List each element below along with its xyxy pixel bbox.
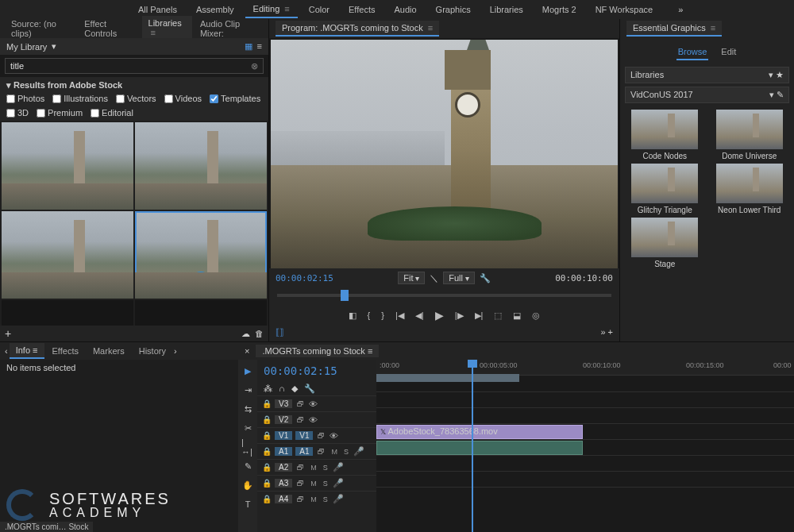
stock-thumb-empty[interactable] [2,300,133,326]
lift-icon[interactable]: ⬚ [494,310,502,321]
timecode-in[interactable]: 00:00:02:15 [276,273,333,283]
trim-mode-icon[interactable]: ⟦⟧ [276,327,283,341]
settings-icon[interactable]: 🔧 [304,384,315,394]
eg-item[interactable]: Neon Lower Third [710,164,790,214]
tab-source[interactable]: Source: (no clips) [5,17,76,40]
marker-add-icon[interactable]: ◆ [291,384,298,394]
lock-icon[interactable]: 🔒 [262,431,272,440]
quality-dropdown[interactable]: Full ▾ [443,272,475,284]
type-tool-icon[interactable]: T [241,498,254,511]
track-header-a3[interactable]: 🔒A3🗗MS🎤 [257,475,376,491]
sequence-tab[interactable]: .MOGRTs coming to Stock ≡ [256,345,379,357]
chevron-left-icon[interactable]: ‹ [5,346,8,356]
pen-tool-icon[interactable]: ✎ [241,460,254,472]
stock-thumb-collapse[interactable] [135,300,267,326]
lock-icon[interactable]: 🔒 [262,415,272,424]
ripple-tool-icon[interactable]: ⇆ [241,403,254,415]
ws-graphics[interactable]: Graphics [428,2,479,17]
export-frame-icon[interactable]: ◎ [532,310,540,321]
selection-tool-icon[interactable]: ▶ [241,364,254,377]
menu-icon[interactable]: ≡ [151,28,156,37]
play-icon[interactable]: ▶ [435,309,444,322]
eye-icon[interactable]: 👁 [330,431,338,441]
bracket-out-icon[interactable]: } [381,310,384,320]
eg-item[interactable]: Stage [625,218,705,268]
library-dropdown[interactable]: My Library ▾ [6,41,56,52]
go-out-icon[interactable]: ▶| [475,310,484,321]
time-ruler[interactable]: :00:00 00:00:05:00 00:00:10:00 00:00:15:… [376,360,794,376]
slip-tool-icon[interactable]: |↔| [241,441,254,453]
track-header-v2[interactable]: 🔒V2🗗👁 [257,411,376,427]
tab-info[interactable]: Info ≡ [10,343,44,359]
work-area-bar[interactable] [376,374,519,382]
tab-program[interactable]: Program: .MOGRTs coming to Stock ≡ [276,21,439,37]
razor-tool-icon[interactable]: ✂ [241,422,254,434]
tab-effect-controls[interactable]: Effect Controls [78,17,140,40]
eg-source-dropdown[interactable]: Libraries▾ ★ [625,67,789,83]
go-in-icon[interactable]: |◀ [395,310,404,321]
filter-templates[interactable]: Templates [210,94,260,103]
video-clip[interactable]: 𝕏 AdobeStock_78363568.mov [376,425,583,439]
track-header-a4[interactable]: 🔒A4🗗MS🎤 [257,491,376,507]
ws-nf[interactable]: NF Workspace [588,2,661,17]
stock-thumb[interactable] [135,122,267,210]
extract-icon[interactable]: ⬓ [513,310,521,321]
ws-mogrts2[interactable]: Mogrts 2 [534,2,584,17]
lock-icon[interactable]: 🔒 [262,479,272,488]
ws-all-panels[interactable]: All Panels [130,2,185,17]
add-item-icon[interactable]: + [5,327,11,340]
lock-icon[interactable]: 🔒 [262,495,272,503]
filter-photos[interactable]: Photos [6,94,44,103]
hand-tool-icon[interactable]: ✋ [241,479,254,492]
zoom-dropdown[interactable]: Fit ▾ [398,272,425,284]
link-icon[interactable]: ∩ [279,384,285,394]
step-fwd-icon[interactable]: |▶ [455,310,464,321]
filter-3d[interactable]: 3D [6,108,29,118]
ws-editing[interactable]: Editing ≡ [245,1,298,18]
ws-overflow-icon[interactable]: » [678,5,683,14]
track-header-v3[interactable]: 🔒V3🗗👁 [257,395,376,411]
track-header-a1[interactable]: 🔒A1A1🗗MS🎤 [257,443,376,459]
stock-results-header[interactable]: ▾ Results from Adobe Stock [6,80,262,91]
eg-item[interactable]: Dome Universe [710,110,790,160]
lock-icon[interactable]: 🔒 [262,447,272,456]
timeline-timecode[interactable]: 00:00:02:15 [257,360,376,382]
filter-vectors[interactable]: Vectors [116,94,156,103]
filter-premium[interactable]: Premium [37,108,83,118]
eg-tab-edit[interactable]: Edit [719,44,738,60]
audio-clip[interactable] [376,441,583,455]
lock-icon[interactable]: 🔒 [262,399,272,408]
snap-icon[interactable]: ⁂ [264,384,272,394]
scrub-bar[interactable] [269,287,619,303]
filter-videos[interactable]: Videos [164,94,202,103]
eye-icon[interactable]: 👁 [309,399,318,409]
mark-in-icon[interactable]: ◧ [349,310,357,321]
cloud-sync-icon[interactable]: ☁ [241,329,250,339]
ws-effects[interactable]: Effects [341,2,383,17]
track-header-v1[interactable]: 🔒V1V1🗗👁 [257,427,376,443]
filter-illustrations[interactable]: Illustrations [52,94,108,103]
list-view-icon[interactable]: ≡ [257,41,262,52]
stock-thumb-selected[interactable]: ✓ [135,211,267,299]
grid-view-icon[interactable]: ▦ [245,41,252,52]
ws-audio[interactable]: Audio [386,2,424,17]
bracket-in-icon[interactable]: { [368,310,371,320]
track-select-tool-icon[interactable]: ⇥ [241,384,254,396]
ws-color[interactable]: Color [301,2,337,17]
expand-icon[interactable]: » + [600,327,613,341]
timeline-playhead[interactable] [472,360,473,532]
menu-icon[interactable]: ≡ [428,23,433,33]
eg-tab-browse[interactable]: Browse [676,44,709,60]
settings-icon[interactable]: 🔧 [480,273,491,283]
menu-icon[interactable]: ≡ [284,4,289,13]
timeline-tracks-area[interactable]: :00:00 00:00:05:00 00:00:10:00 00:00:15:… [376,360,794,532]
eye-icon[interactable]: 👁 [309,415,318,425]
filter-editorial[interactable]: Editorial [91,108,133,118]
tab-markers[interactable]: Markers [87,344,131,358]
tab-effects2[interactable]: Effects [46,344,85,358]
eg-item[interactable]: Code Nodes [625,110,705,160]
track-header-a2[interactable]: 🔒A2🗗MS🎤 [257,459,376,475]
playhead-icon[interactable] [341,290,349,301]
lock-icon[interactable]: 🔒 [262,463,272,472]
step-back-icon[interactable]: ◀| [415,310,424,321]
